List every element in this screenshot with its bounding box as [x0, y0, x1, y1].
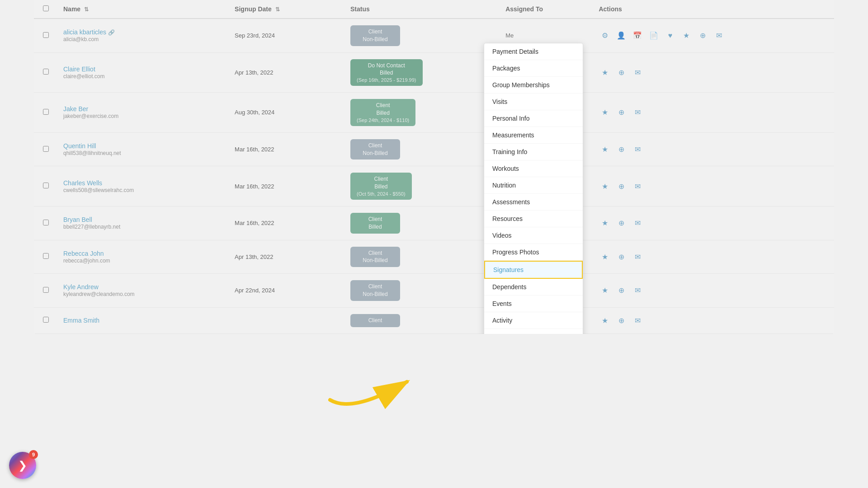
dropdown-item[interactable]: Progress Photos [484, 244, 583, 261]
row-checkbox[interactable] [43, 253, 49, 259]
star-icon[interactable]: ★ [599, 66, 611, 79]
plus-circle-icon[interactable]: ⊕ [615, 284, 627, 297]
client-name-cell: Quentin Hillqhill538@llihnitneuq.net [56, 132, 227, 166]
mail-icon[interactable]: ✉ [631, 106, 644, 119]
dropdown-item[interactable]: Training Info [484, 144, 583, 160]
dropdown-item[interactable]: Personal Info [484, 110, 583, 127]
client-name-link[interactable]: Kyle Andrew [63, 283, 220, 291]
plus-circle-icon[interactable]: ⊕ [615, 180, 627, 192]
plus-circle-icon[interactable]: ⊕ [696, 29, 709, 42]
mail-icon[interactable]: ✉ [631, 250, 644, 263]
header-status: Status [343, 0, 498, 19]
signup-date-cell: Aug 30th, 2024 [227, 93, 343, 133]
dropdown-item[interactable]: Resources [484, 211, 583, 227]
client-name-link[interactable]: Charles Wells [63, 179, 220, 187]
calendar-icon[interactable]: 📅 [631, 29, 644, 42]
mail-icon[interactable]: ✉ [631, 314, 644, 327]
notification-count: 9 [29, 450, 38, 459]
table-row: Rebecca Johnrebecca@john.comApr 13th, 20… [34, 240, 834, 274]
mail-icon[interactable]: ✉ [631, 217, 644, 230]
dropdown-item[interactable]: Signatures [484, 261, 583, 279]
client-name-link[interactable]: Jake Ber [63, 105, 220, 113]
row-checkbox[interactable] [43, 220, 49, 225]
heart-icon[interactable]: ♥ [664, 29, 676, 42]
header-name[interactable]: Name ⇅ [56, 0, 227, 19]
dropdown-item[interactable]: Measurements [484, 127, 583, 144]
plus-circle-icon[interactable]: ⊕ [615, 250, 627, 263]
row-checkbox-cell [34, 307, 56, 333]
dropdown-item[interactable]: Group Memberships [484, 77, 583, 94]
row-checkbox[interactable] [43, 109, 49, 115]
header-actions: Actions [591, 0, 834, 19]
status-badge: ClientBilled(Sep 24th, 2024 - $110) [350, 99, 415, 126]
star-icon[interactable]: ★ [599, 314, 611, 327]
client-name-link[interactable]: alicia kbarticles 🔗 [63, 28, 220, 36]
client-email: claire@elliot.com [63, 73, 105, 80]
star-icon[interactable]: ★ [599, 250, 611, 263]
header-checkbox-cell [34, 0, 56, 19]
row-checkbox[interactable] [43, 32, 49, 38]
mail-icon[interactable]: ✉ [712, 29, 725, 42]
plus-circle-icon[interactable]: ⊕ [615, 66, 627, 79]
mail-icon[interactable]: ✉ [631, 284, 644, 297]
star-icon[interactable]: ★ [599, 217, 611, 230]
client-email: kyleandrew@cleandemo.com [63, 291, 135, 297]
dropdown-item[interactable]: Lifecycle [484, 329, 583, 334]
header-signup[interactable]: Signup Date ⇅ [227, 0, 343, 19]
plus-circle-icon[interactable]: ⊕ [615, 314, 627, 327]
client-name-link[interactable]: Rebecca John [63, 250, 220, 257]
dropdown-item[interactable]: Assessments [484, 194, 583, 211]
main-container: Name ⇅ Signup Date ⇅ Status Assigned To … [34, 0, 834, 334]
dropdown-item[interactable]: Events [484, 296, 583, 312]
status-badge: ClientNon-Billed [350, 280, 400, 301]
table-row: Kyle Andrewkyleandrew@cleandemo.comApr 2… [34, 274, 834, 308]
row-checkbox[interactable] [43, 287, 49, 293]
document-icon[interactable]: 📄 [647, 29, 660, 42]
star-icon[interactable]: ★ [599, 180, 611, 192]
signup-date-cell: Apr 13th, 2022 [227, 52, 343, 93]
row-checkbox[interactable] [43, 183, 49, 188]
status-cell: ClientNon-Billed [343, 19, 498, 52]
user-icon[interactable]: 👤 [615, 29, 627, 42]
select-all-checkbox[interactable] [43, 5, 49, 11]
star-icon[interactable]: ★ [599, 143, 611, 156]
row-checkbox[interactable] [43, 69, 49, 75]
actions-cell: ★⊕✉ [591, 240, 834, 274]
gear-icon[interactable]: ⚙ [599, 29, 611, 42]
plus-circle-icon[interactable]: ⊕ [615, 217, 627, 230]
client-name-link[interactable]: Emma Smith [63, 317, 220, 324]
dropdown-item[interactable]: Visits [484, 94, 583, 110]
status-cell: Do Not ContactBilled(Sep 16th, 2025 - $2… [343, 52, 498, 93]
table-row: Charles Wellscwells508@sllewselrahc.comM… [34, 166, 834, 206]
star-icon[interactable]: ★ [599, 106, 611, 119]
row-checkbox-cell [34, 19, 56, 52]
dropdown-item[interactable]: Packages [484, 60, 583, 77]
notification-badge[interactable]: ❯ 9 [9, 452, 36, 479]
dropdown-item[interactable]: Payment Details [484, 43, 583, 60]
dropdown-item[interactable]: Nutrition [484, 177, 583, 194]
row-checkbox-cell [34, 93, 56, 133]
mail-icon[interactable]: ✉ [631, 143, 644, 156]
client-email: qhill538@llihnitneuq.net [63, 150, 121, 156]
table-row: Jake Berjakeber@exercise.comAug 30th, 20… [34, 93, 834, 133]
row-checkbox[interactable] [43, 146, 49, 152]
plus-circle-icon[interactable]: ⊕ [615, 143, 627, 156]
action-icons: ★⊕✉ [599, 180, 827, 192]
client-name-link[interactable]: Bryan Bell [63, 216, 220, 223]
dropdown-item[interactable]: Workouts [484, 160, 583, 177]
status-badge: ClientNon-Billed [350, 247, 400, 267]
client-name-link[interactable]: Claire Elliot [63, 66, 220, 73]
mail-icon[interactable]: ✉ [631, 180, 644, 192]
row-checkbox-cell [34, 274, 56, 308]
row-checkbox[interactable] [43, 317, 49, 323]
mail-icon[interactable]: ✉ [631, 66, 644, 79]
dropdown-item[interactable]: Dependents [484, 279, 583, 296]
dropdown-item[interactable]: Videos [484, 227, 583, 244]
plus-circle-icon[interactable]: ⊕ [615, 106, 627, 119]
star-icon[interactable]: ★ [680, 29, 693, 42]
client-name-link[interactable]: Quentin Hill [63, 142, 220, 150]
signup-date-cell: Apr 13th, 2022 [227, 240, 343, 274]
client-name-cell: alicia kbarticles 🔗alicia@kb.com [56, 19, 227, 52]
dropdown-item[interactable]: Activity [484, 312, 583, 329]
star-icon[interactable]: ★ [599, 284, 611, 297]
